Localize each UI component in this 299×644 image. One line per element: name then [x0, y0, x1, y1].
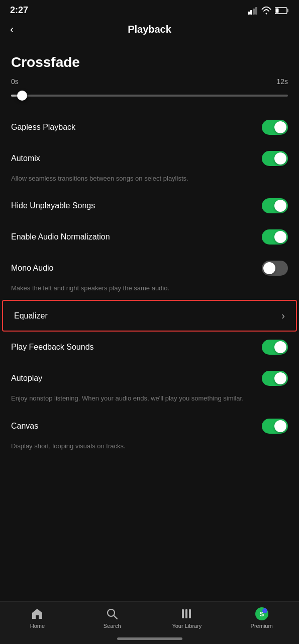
search-label: Search	[104, 623, 121, 629]
svg-line-8	[114, 616, 118, 619]
library-label: Your Library	[172, 623, 202, 629]
svg-rect-2	[253, 9, 255, 15]
svg-rect-6	[276, 8, 279, 13]
signal-icon	[248, 7, 258, 15]
back-button[interactable]: ‹	[10, 23, 14, 36]
home-label: Home	[30, 623, 45, 629]
svg-rect-11	[189, 609, 191, 618]
play-feedback-label: Play Feedback Sounds	[11, 343, 94, 352]
search-icon	[105, 607, 119, 621]
play-feedback-toggle[interactable]	[262, 340, 288, 355]
toggle-thumb	[274, 420, 286, 432]
mono-audio-toggle[interactable]	[262, 261, 288, 276]
autoplay-toggle[interactable]	[262, 371, 288, 386]
status-icons	[248, 7, 289, 15]
svg-rect-1	[250, 10, 252, 15]
hide-unplayable-toggle[interactable]	[262, 198, 288, 213]
content: Crossfade 0s 12s Gapless Playback Automi…	[0, 42, 299, 508]
mono-audio-description: Makes the left and right speakers play t…	[0, 284, 299, 300]
chevron-right-icon: ›	[281, 310, 285, 321]
svg-rect-10	[185, 609, 187, 618]
setting-row-canvas: Canvas	[0, 411, 299, 442]
mono-audio-label: Mono Audio	[11, 264, 54, 273]
svg-rect-9	[182, 609, 184, 618]
status-time: 2:27	[10, 5, 28, 16]
home-icon	[30, 607, 44, 621]
battery-icon	[275, 7, 289, 14]
toggle-thumb	[263, 262, 275, 274]
setting-row-gapless-playback: Gapless Playback	[0, 112, 299, 143]
autoplay-label: Autoplay	[11, 374, 42, 383]
toggle-thumb	[274, 152, 286, 165]
automix-toggle[interactable]	[262, 151, 288, 166]
nav-item-premium[interactable]: S ♪ Premium	[244, 607, 279, 629]
nav-item-library[interactable]: Your Library	[169, 607, 205, 629]
crossfade-labels: 0s 12s	[11, 77, 288, 86]
crossfade-slider-container[interactable]	[11, 89, 288, 103]
gapless-playback-label: Gapless Playback	[11, 123, 75, 132]
page-title: Playback	[128, 24, 171, 35]
svg-text:♪: ♪	[264, 609, 266, 613]
hide-unplayable-label: Hide Unplayable Songs	[11, 201, 95, 210]
premium-icon: S ♪	[255, 607, 269, 621]
setting-row-audio-normalization: Enable Audio Normalization	[0, 221, 299, 253]
nav-item-home[interactable]: Home	[20, 607, 55, 629]
toggle-thumb	[274, 341, 286, 353]
automix-label: Automix	[11, 154, 40, 163]
audio-normalization-toggle[interactable]	[262, 229, 288, 245]
autoplay-description: Enjoy nonstop listening. When your audio…	[0, 394, 299, 410]
crossfade-max-label: 12s	[276, 77, 288, 86]
crossfade-row: 0s 12s	[0, 75, 299, 112]
setting-row-play-feedback: Play Feedback Sounds	[0, 332, 299, 363]
toggle-thumb	[274, 121, 286, 133]
gapless-playback-toggle[interactable]	[262, 120, 288, 135]
home-indicator	[117, 637, 182, 640]
svg-rect-5	[287, 9, 289, 12]
equalizer-row[interactable]: Equalizer ›	[2, 300, 297, 332]
svg-rect-3	[255, 7, 257, 15]
library-icon	[180, 607, 194, 621]
nav-item-search[interactable]: Search	[94, 607, 130, 629]
automix-description: Allow seamless transitions between songs…	[0, 174, 299, 190]
equalizer-label: Equalizer	[14, 311, 48, 320]
crossfade-min-label: 0s	[11, 77, 19, 86]
toggle-thumb	[274, 200, 286, 212]
svg-rect-0	[248, 12, 250, 15]
setting-row-hide-unplayable: Hide Unplayable Songs	[0, 190, 299, 221]
setting-row-automix: Automix	[0, 143, 299, 174]
wifi-icon	[261, 7, 272, 15]
audio-normalization-label: Enable Audio Normalization	[11, 232, 110, 242]
toggle-thumb	[274, 231, 286, 243]
canvas-toggle[interactable]	[262, 419, 288, 434]
status-bar: 2:27	[0, 0, 299, 19]
toggle-thumb	[274, 372, 286, 384]
premium-label: Premium	[251, 623, 273, 629]
header: ‹ Playback	[0, 19, 299, 42]
setting-row-autoplay: Autoplay	[0, 363, 299, 394]
crossfade-heading: Crossfade	[0, 47, 299, 75]
canvas-label: Canvas	[11, 422, 38, 431]
canvas-description: Display short, looping visuals on tracks…	[0, 442, 299, 458]
setting-row-mono-audio: Mono Audio	[0, 253, 299, 284]
